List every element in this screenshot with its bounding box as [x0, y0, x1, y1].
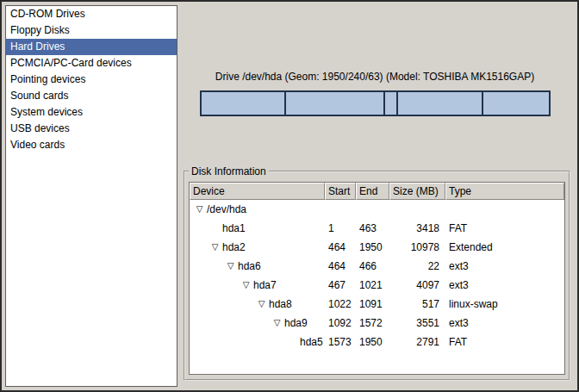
device-label: hda7 [252, 276, 277, 295]
sidebar-item-floppy-disks[interactable]: Floppy Disks [6, 22, 177, 39]
size-cell [389, 200, 445, 219]
sidebar-item-label: Floppy Disks [10, 24, 70, 36]
expander-icon[interactable]: ▽ [271, 314, 283, 333]
sidebar-item-pcmcia-pc-card-devices[interactable]: PCMCIA/PC-Card devices [6, 55, 177, 72]
end-cell: 466 [356, 257, 389, 276]
device-cell: ▽ hda7 [190, 276, 325, 295]
column-header-device[interactable]: Device [190, 183, 325, 200]
end-cell [356, 200, 389, 219]
table-row-hda9[interactable]: ▽ hda9 1092 1572 3551 ext3 [190, 314, 564, 333]
table-row-hda2[interactable]: ▽ hda2 464 1950 10978 Extended [190, 238, 564, 257]
partition-bar [200, 90, 551, 116]
device-label: hda2 [221, 238, 246, 257]
table-row-hda6[interactable]: ▽ hda6 464 466 22 ext3 [190, 257, 564, 276]
sidebar-item-usb-devices[interactable]: USB devices [6, 121, 177, 137]
expander-icon[interactable]: ▽ [209, 238, 221, 257]
column-header-size-mb[interactable]: Size (MB) [389, 183, 445, 200]
device-cell: ▽ hda1 [190, 219, 325, 238]
disk-information-label: Disk Information [189, 165, 269, 177]
drive-title: Drive /dev/hda (Geom: 1950/240/63) (Mode… [196, 71, 553, 83]
end-cell: 1572 [356, 314, 389, 333]
size-cell: 22 [389, 257, 445, 276]
column-header-type[interactable]: Type [445, 183, 564, 200]
sidebar-item-video-cards[interactable]: Video cards [6, 137, 177, 153]
sidebar-item-label: Sound cards [10, 90, 68, 102]
end-cell: 1021 [356, 276, 389, 295]
size-cell: 3418 [389, 219, 445, 238]
partition-divider [482, 92, 483, 115]
device-label: hda5 [299, 333, 323, 352]
expander-icon[interactable]: ▽ [193, 200, 206, 219]
sidebar-item-label: PCMCIA/PC-Card devices [10, 57, 132, 69]
end-cell: 1950 [356, 333, 389, 352]
device-cell: ▽ hda5 [190, 333, 325, 352]
sidebar-item-pointing-devices[interactable]: Pointing devices [6, 72, 177, 88]
start-cell: 464 [325, 257, 356, 276]
disk-table-header: DeviceStartEndSize (MB)Type [190, 183, 564, 200]
end-cell: 1950 [356, 238, 389, 257]
column-header-start[interactable]: Start [325, 183, 356, 200]
device-cell: ▽ hda8 [190, 295, 325, 314]
table-row-hda1[interactable]: ▽ hda1 1 463 3418 FAT [190, 219, 564, 238]
table-row-hda7[interactable]: ▽ hda7 467 1021 4097 ext3 [190, 276, 564, 295]
start-cell: 1 [325, 219, 356, 238]
device-cell: ▽ hda9 [190, 314, 325, 333]
device-cell: ▽ /dev/hda [190, 200, 325, 219]
device-category-list: CD-ROM Drives Floppy Disks Hard Drives P… [5, 5, 177, 387]
table-row-hda8[interactable]: ▽ hda8 1022 1091 517 linux-swap [190, 295, 564, 314]
size-cell: 4097 [389, 276, 445, 295]
sidebar-item-label: USB devices [10, 122, 70, 134]
size-cell: 517 [389, 295, 445, 314]
disk-table-body: ▽ /dev/hda ▽ hda1 1 463 3418 FAT ▽ hda2 … [190, 200, 564, 374]
start-cell: 1022 [325, 295, 356, 314]
partition-divider [383, 92, 385, 115]
start-cell: 1573 [325, 333, 356, 352]
sidebar-item-cd-rom-drives[interactable]: CD-ROM Drives [6, 6, 177, 22]
start-cell: 467 [325, 276, 356, 295]
sidebar-item-label: Video cards [10, 139, 65, 151]
type-cell: ext3 [445, 276, 564, 295]
size-cell: 2791 [389, 333, 445, 352]
table-row-hda5[interactable]: ▽ hda5 1573 1950 2791 FAT [190, 333, 564, 352]
sidebar-item-label: System devices [10, 106, 83, 118]
expander-icon[interactable]: ▽ [255, 295, 268, 314]
device-label: hda9 [283, 314, 308, 333]
table-row-dev-hda[interactable]: ▽ /dev/hda [190, 200, 564, 219]
device-label: hda6 [237, 257, 261, 276]
sidebar-item-label: Hard Drives [10, 40, 65, 53]
type-cell: ext3 [445, 257, 564, 276]
device-cell: ▽ hda2 [190, 238, 325, 257]
end-cell: 463 [356, 219, 389, 238]
sidebar-item-label: Pointing devices [10, 73, 85, 85]
type-cell: linux-swap [445, 295, 564, 314]
column-header-end[interactable]: End [356, 183, 389, 200]
sidebar-item-sound-cards[interactable]: Sound cards [6, 88, 177, 104]
type-cell: ext3 [445, 314, 564, 333]
partition-divider [396, 92, 398, 115]
start-cell: 1092 [325, 314, 356, 333]
expander-icon[interactable]: ▽ [224, 257, 237, 276]
disk-table: DeviceStartEndSize (MB)Type ▽ /dev/hda ▽… [189, 182, 565, 375]
size-cell: 3551 [389, 314, 445, 333]
type-cell: FAT [445, 333, 564, 352]
expander-icon[interactable]: ▽ [240, 276, 252, 295]
type-cell [445, 200, 564, 219]
device-cell: ▽ hda6 [190, 257, 325, 276]
type-cell: Extended [445, 238, 564, 257]
hardware-browser-window: CD-ROM Drives Floppy Disks Hard Drives P… [0, 0, 579, 392]
sidebar-item-hard-drives[interactable]: Hard Drives [6, 39, 177, 55]
sidebar-item-label: CD-ROM Drives [10, 8, 85, 20]
start-cell [325, 200, 356, 219]
type-cell: FAT [445, 219, 564, 238]
size-cell: 10978 [389, 238, 445, 257]
start-cell: 464 [325, 238, 356, 257]
disk-information-frame: Disk Information DeviceStartEndSize (MB)… [184, 165, 570, 381]
end-cell: 1091 [356, 295, 389, 314]
device-label: hda1 [221, 219, 246, 238]
sidebar-item-system-devices[interactable]: System devices [6, 104, 177, 121]
partition-divider [284, 92, 286, 115]
device-label: /dev/hda [206, 200, 246, 219]
device-label: hda8 [268, 295, 292, 314]
